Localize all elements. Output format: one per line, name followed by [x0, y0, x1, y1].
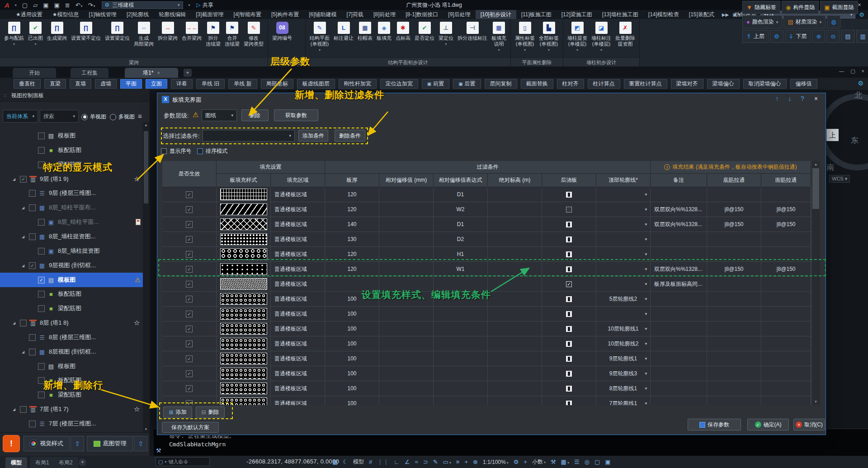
toolbar-button[interactable]: 虚墙 — [95, 79, 117, 89]
ribbon-tab[interactable]: [5]构件布置 — [266, 10, 304, 19]
fill-pattern-swatch[interactable] — [220, 338, 267, 350]
toolbar-button[interactable]: 局部坐标 — [261, 79, 293, 89]
cell-fill-area[interactable]: 普通楼板区域 — [271, 366, 325, 381]
viewcube-up-face[interactable]: 上 — [826, 129, 839, 141]
cell-rel-offset[interactable] — [379, 247, 434, 262]
cell-fill-area[interactable]: 普通楼板区域 — [271, 202, 325, 217]
workspace-extra-caret-icon[interactable]: ▾ — [189, 3, 190, 7]
tree-checkbox[interactable] — [29, 349, 36, 355]
cell-rel-offset[interactable] — [379, 321, 434, 336]
status-toggle[interactable]: ▭▾ — [443, 459, 451, 465]
cell-fill-area[interactable]: 普通楼板区域 — [271, 277, 325, 292]
cell-fill-area[interactable]: 普通楼板区域 — [271, 232, 325, 247]
上层-button[interactable]: ⇑上层 — [742, 30, 769, 43]
cell-abs-elev[interactable] — [488, 292, 542, 307]
cell-top-contour[interactable]: ▼ — [596, 232, 651, 247]
cell-top-contour[interactable]: ▼ — [596, 262, 651, 277]
cell-pattern[interactable] — [217, 307, 271, 321]
cell-fill-area[interactable]: 普通楼板区域 — [271, 292, 325, 307]
tree-item[interactable]: ◢▦8层_暗柱平面布... — [0, 200, 143, 215]
cell-bottom-bar[interactable] — [707, 336, 761, 351]
cell-rel-expr[interactable] — [434, 351, 488, 366]
cell-fill-area[interactable]: 普通楼板区域 — [271, 321, 325, 336]
cell-bottom-bar[interactable] — [707, 232, 761, 247]
cell-top-contour[interactable]: 8层轮廓线1▼ — [596, 381, 651, 396]
cell-effective[interactable]: ✓ — [162, 247, 217, 262]
cell-remark[interactable]: 板厚及板面标高同... — [651, 277, 707, 292]
expander-icon[interactable]: ◢ — [13, 407, 15, 411]
cell-pattern[interactable] — [217, 336, 271, 351]
cell-top-contour[interactable]: ▼ — [596, 307, 651, 321]
toolbar-button[interactable]: 柱计算点 — [588, 79, 620, 89]
favorite-star-icon[interactable]: ☆ — [134, 319, 140, 327]
cell-rel-expr[interactable] — [434, 381, 488, 396]
cell-rel-offset[interactable] — [379, 351, 434, 366]
table-scrollbar[interactable]: ▲▼ — [811, 161, 820, 405]
toolbar-button[interactable]: 详看 — [171, 79, 193, 89]
cell-rel-offset[interactable] — [379, 366, 434, 381]
cell-rel-expr[interactable]: W2 — [434, 202, 488, 217]
single-view-radio[interactable]: 单视图 — [81, 113, 106, 121]
expander-icon[interactable]: ◢ — [13, 321, 15, 325]
cell-abs-elev[interactable] — [488, 232, 542, 247]
status-toggle[interactable]: 小数▾ — [532, 458, 546, 466]
cell-rel-offset[interactable] — [379, 217, 434, 232]
tree-item[interactable]: ◢✓▦9层视图 (剖切框... — [0, 258, 143, 273]
tree-checkbox[interactable] — [29, 334, 36, 341]
open-folder-icon[interactable]: ▱ — [33, 2, 38, 9]
delete-condition-button[interactable]: 删除条件 — [335, 130, 365, 142]
status-toggle[interactable]: ⊕ — [473, 459, 478, 465]
ribbon-button[interactable]: ∏设置梁不定位 — [69, 21, 103, 42]
close-button[interactable]: × — [811, 95, 821, 102]
fill-pattern-swatch[interactable] — [220, 203, 267, 215]
status-toggle[interactable]: ≡ — [456, 459, 460, 465]
ribbon-button[interactable]: ∏参与配筋▾ — [2, 21, 26, 48]
cell-remark[interactable] — [651, 247, 707, 262]
warning-button[interactable]: ! — [3, 435, 20, 452]
toolbar-button[interactable]: 单线 旧 — [196, 79, 225, 89]
share-button[interactable]: ▷共享 — [197, 1, 213, 9]
tree-item[interactable]: ◢▦8层视图 (剖切框... — [0, 345, 143, 359]
undo-icon[interactable]: ↶▾ — [75, 2, 83, 9]
tree-checkbox[interactable] — [38, 219, 45, 226]
隐藏标签-button[interactable]: ▼隐藏标签 — [742, 1, 780, 14]
cell-fill-area[interactable]: 普通楼板区域 — [271, 262, 325, 277]
ribbon-tab[interactable]: ★通用设置 — [11, 10, 47, 19]
ribbon-button[interactable]: ⊥梁定位▾ — [437, 21, 455, 48]
cell-top-contour[interactable]: ▼ — [596, 187, 651, 202]
status-toggle[interactable]: ▣ — [605, 459, 610, 465]
toolbar-button[interactable]: ▣后置 — [453, 79, 481, 89]
expander-icon[interactable]: ◢ — [22, 350, 24, 354]
close-icon[interactable]: × — [862, 68, 864, 74]
cell-top-bar[interactable] — [761, 351, 811, 366]
cell-postcast[interactable] — [542, 396, 596, 405]
cell-fill-area[interactable]: 普通楼板区域 — [271, 396, 325, 405]
cell-postcast[interactable] — [542, 202, 596, 217]
toolbar-button[interactable]: 偏移值 — [790, 79, 817, 89]
cell-postcast[interactable] — [542, 307, 596, 321]
sort-mode-checkbox[interactable]: 排序模式 — [197, 147, 227, 155]
type-command-box[interactable]: ▢ ▾ 键入命令 — [156, 457, 210, 466]
toolbar-button[interactable]: 取消梁墙偏心 — [743, 79, 787, 89]
cell-bottom-bar[interactable] — [707, 321, 761, 336]
ribbon-tab[interactable]: [8-1]数据接口 — [401, 10, 443, 19]
ribbon-button[interactable]: ◈板填充 — [375, 21, 393, 42]
ribbon-tab[interactable]: [2]轮廓线 — [122, 10, 154, 19]
tree-checkbox[interactable] — [38, 305, 45, 312]
cell-fill-area[interactable]: 普通楼板区域 — [271, 307, 325, 321]
tree-checkbox[interactable]: ✓ — [20, 176, 27, 183]
cell-pattern[interactable] — [217, 217, 271, 232]
cell-abs-elev[interactable] — [488, 262, 542, 277]
cell-effective[interactable]: ✓ — [162, 321, 217, 336]
toolbar-button[interactable]: 层间复制 — [485, 79, 517, 89]
expander-icon[interactable]: ◢ — [22, 235, 24, 239]
cell-effective[interactable]: ✓ — [162, 292, 217, 307]
tree-item[interactable]: ☰9层 (楼层三维图... — [0, 186, 143, 200]
cell-effective[interactable]: ✓ — [162, 396, 217, 405]
cell-postcast[interactable] — [542, 217, 596, 232]
new-tab-button[interactable]: + — [184, 69, 192, 77]
cell-thickness[interactable]: 120 — [325, 262, 379, 277]
cell-thickness[interactable]: 120 — [325, 247, 379, 262]
toolbar-button[interactable]: 重置柱计算点 — [624, 79, 667, 89]
ribbon-tab[interactable]: [3]截面管理 — [191, 10, 228, 19]
